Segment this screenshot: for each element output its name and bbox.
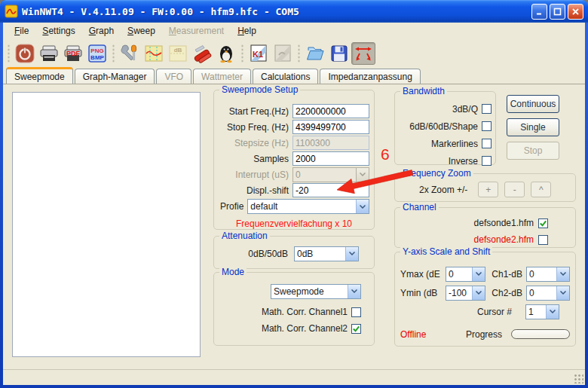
close-button[interactable] <box>568 4 583 20</box>
bw-markerlines-checkbox[interactable] <box>482 139 492 148</box>
pdf-export-button[interactable]: PDF <box>61 42 85 65</box>
sweep-plot-area[interactable] <box>12 92 201 357</box>
ch1-db-combo[interactable]: 0 <box>526 267 570 282</box>
tab-wattmeter: Wattmeter <box>193 69 251 84</box>
sweep-buttons: Continuous Single Stop <box>507 91 559 165</box>
close-icon <box>571 8 580 16</box>
print-button[interactable] <box>37 42 61 65</box>
tab-sweepmode[interactable]: Sweepmode <box>6 67 73 84</box>
pdf-export-icon: PDF <box>63 44 83 63</box>
channel2-checkbox[interactable] <box>538 235 548 245</box>
offline-status: Offline <box>400 329 446 340</box>
maximize-button[interactable] <box>550 4 565 20</box>
attenuation-combo[interactable]: 0dB <box>294 246 359 261</box>
bw-6db60db-label: 6dB/60dB/Shape <box>409 121 478 132</box>
channel1-checkbox[interactable] <box>538 218 548 228</box>
k1-label: K1 <box>253 50 263 59</box>
profile-combo[interactable]: default <box>247 199 369 214</box>
chevron-down-icon[interactable] <box>556 267 569 281</box>
menu-file[interactable]: File <box>8 24 35 38</box>
group-title: Sweepmode Setup <box>219 84 300 95</box>
chevron-down-icon[interactable] <box>345 247 358 261</box>
stepsize-input <box>292 136 369 150</box>
cursor-combo[interactable]: 1 <box>525 304 559 319</box>
ymin-combo[interactable]: -100 <box>446 286 485 301</box>
settings-tools-button[interactable] <box>118 42 142 65</box>
ch2-db-label: Ch2-dB <box>485 288 526 298</box>
frequency-zoom-group: Frequency Zoom 2x Zoom +/- + - ^ <box>394 173 576 202</box>
menu-settings[interactable]: Settings <box>35 24 81 38</box>
png-label: PNG <box>90 47 103 54</box>
app-window: WinNWT4 - V.4.11.09 - FW:0.00 - hfm9.hfc… <box>0 0 588 388</box>
interrupt-label: Interrupt (uS) <box>217 170 289 180</box>
bw-3db-checkbox[interactable] <box>482 104 492 114</box>
group-title: Frequency Zoom <box>400 168 473 179</box>
titlebar[interactable]: WinNWT4 - V.4.11.09 - FW:0.00 - hfm9.hfc… <box>0 0 588 23</box>
samples-input[interactable] <box>292 151 369 166</box>
group-title: Channel <box>400 202 439 212</box>
frequency-multiplier-note: Frequenzvervielfachung x 10 <box>214 218 374 229</box>
math-corr-ch2-checkbox[interactable] <box>351 324 361 334</box>
calibration-k1-button[interactable]: K1 <box>247 42 271 65</box>
ch1-db-label: Ch1-dB <box>485 269 526 280</box>
png-bmp-export-button[interactable]: PNG BMP <box>85 42 109 65</box>
check-icon <box>539 219 547 228</box>
resize-grip[interactable] <box>574 374 583 383</box>
toolbar-grip[interactable] <box>112 44 115 63</box>
bw-6db60db-checkbox[interactable] <box>482 121 492 131</box>
tab-calculations[interactable]: Calculations <box>253 69 318 84</box>
continuous-button[interactable]: Continuous <box>507 95 559 113</box>
menu-sweep[interactable]: Sweep <box>121 24 162 38</box>
displ-shift-label: Displ.-shift <box>217 185 289 196</box>
ymax-combo[interactable]: 0 <box>446 267 485 282</box>
stop-freq-label: Stop Freq. (Hz) <box>217 122 289 133</box>
middle-column: Sweepmode Setup Start Freq.(Hz) Stop Fre… <box>213 90 375 346</box>
minimize-button[interactable] <box>531 4 547 20</box>
toolbar-grip[interactable] <box>7 44 11 63</box>
group-title: Bandwidth <box>400 86 447 96</box>
yaxis-group: Y-axis Scale and Shift Ymax (dE 0 Ch1-dB… <box>394 252 576 347</box>
bw-inverse-checkbox[interactable] <box>482 156 492 166</box>
tab-graph-manager[interactable]: Graph-Manager <box>75 69 155 84</box>
math-corr-ch1-checkbox[interactable] <box>351 307 361 317</box>
start-freq-input[interactable] <box>292 104 369 118</box>
menu-help[interactable]: Help <box>231 24 263 38</box>
progress-bar <box>511 329 570 339</box>
chevron-down-icon[interactable] <box>348 285 360 298</box>
chevron-down-icon[interactable] <box>356 200 369 213</box>
zoom-reset-button[interactable]: ^ <box>531 182 551 197</box>
zoom-in-button[interactable]: + <box>478 182 498 197</box>
tab-impedanzanpassung[interactable]: Impedanzanpassung <box>320 69 420 84</box>
sweep-span-icon <box>354 44 373 63</box>
open-file-button[interactable] <box>303 42 327 65</box>
sweep-span-button[interactable] <box>351 42 375 65</box>
calibration-k2-icon <box>273 44 292 63</box>
chevron-down-icon[interactable] <box>546 305 559 319</box>
calibration-k1-icon: K1 <box>249 44 268 63</box>
ch2-db-combo[interactable]: 0 <box>526 286 570 301</box>
chevron-down-icon[interactable] <box>472 286 485 300</box>
power-button[interactable] <box>13 42 37 65</box>
displ-shift-input[interactable] <box>292 183 369 197</box>
swiss-knife-button[interactable] <box>190 42 214 65</box>
stop-freq-input[interactable] <box>292 120 369 134</box>
zoom-out-button[interactable]: - <box>504 182 525 197</box>
toolbar-grip[interactable] <box>240 44 244 63</box>
client-area: File Settings Graph Sweep Measurement He… <box>3 23 585 385</box>
linux-info-button[interactable] <box>214 42 238 65</box>
chevron-down-icon[interactable] <box>472 267 485 281</box>
chevron-down-icon[interactable] <box>556 286 569 300</box>
save-file-button[interactable] <box>327 42 351 65</box>
single-button[interactable]: Single <box>507 118 559 136</box>
mode-combo[interactable]: Sweepmode <box>271 284 361 299</box>
save-icon <box>329 44 349 63</box>
db-scale-button: dB <box>166 42 190 65</box>
channel2-label: defsonde2.hfm <box>474 234 534 245</box>
bw-markerlines-label: Markerlines <box>431 139 478 149</box>
toolbar-grip[interactable] <box>297 44 301 63</box>
menubar: File Settings Graph Sweep Measurement He… <box>3 23 585 39</box>
menu-graph[interactable]: Graph <box>82 24 121 38</box>
db-pad-icon: dB <box>168 44 188 63</box>
graph-display-button[interactable] <box>142 42 166 65</box>
png-bmp-export-icon: PNG BMP <box>87 44 107 63</box>
